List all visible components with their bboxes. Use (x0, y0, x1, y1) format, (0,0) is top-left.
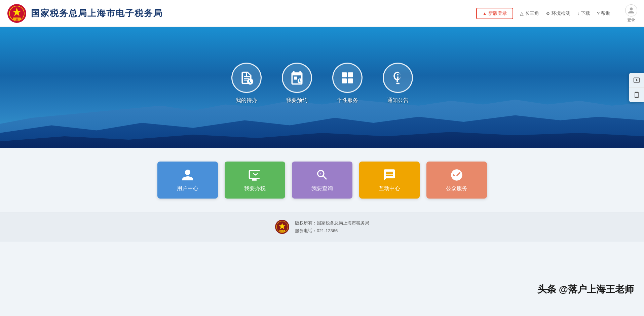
nav-help[interactable]: ? 帮助 (597, 10, 610, 16)
chat-icon (383, 168, 396, 182)
monitor-icon (248, 168, 262, 182)
service-cards-group: 用户中心 我要办税 我要查询 互动中心 (154, 162, 490, 199)
nav-download[interactable]: ↓ 下载 (577, 10, 590, 16)
footer-copyright: 版权所有：国家税务总局上海市税务局 (295, 219, 369, 227)
footer-emblem: 税务局 (275, 219, 290, 234)
login-label: 登录 (627, 17, 635, 23)
footer: 税务局 版权所有：国家税务总局上海市税务局 服务电话：021-12366 (0, 212, 644, 242)
header-left: 税 国家税务总局上海市电子税务局 (7, 3, 163, 24)
appointment-icon-circle (282, 63, 312, 93)
side-panel-monitor[interactable] (629, 73, 644, 87)
download-icon: ↓ (577, 11, 579, 16)
card-public-label: 公众服务 (446, 185, 467, 192)
hero-appointment[interactable]: 我要预约 (282, 63, 312, 104)
personal-icon (340, 70, 355, 85)
card-query-label: 我要查询 (311, 185, 333, 192)
appointment-icon (290, 70, 304, 85)
personal-icon-circle (332, 63, 363, 93)
card-public[interactable]: 公众服务 (426, 162, 487, 199)
nav-env-label: 环境检测 (552, 10, 570, 16)
svg-rect-10 (348, 78, 353, 83)
notice-label: 通知公告 (387, 97, 409, 104)
help-icon: ? (597, 11, 600, 16)
hero-side-panel (629, 73, 644, 102)
personal-label: 个性服务 (337, 97, 358, 104)
svg-rect-7 (342, 72, 347, 77)
new-login-icon: ▲ (482, 11, 487, 16)
user-icon (181, 168, 194, 182)
site-title: 国家税务总局上海市电子税务局 (31, 7, 163, 19)
env-icon: ⚙ (546, 11, 550, 16)
notice-icon-circle (383, 63, 413, 93)
card-user-center[interactable]: 用户中心 (157, 162, 218, 199)
new-login-button[interactable]: ▲ 新版登录 (476, 8, 513, 19)
card-query[interactable]: 我要查询 (292, 162, 352, 199)
svg-rect-8 (348, 72, 353, 77)
notice-icon (390, 70, 405, 85)
svg-text:税: 税 (16, 18, 18, 20)
footer-phone: 服务电话：021-12366 (295, 227, 369, 235)
footer-inner: 税务局 版权所有：国家税务总局上海市税务局 服务电话：021-12366 (7, 219, 637, 235)
pending-label: 我的待办 (236, 97, 257, 104)
header: 税 国家税务总局上海市电子税务局 ▲ 新版登录 △ 长三角 ⚙ 环境检测 ↓ 下… (0, 0, 644, 27)
nav-env[interactable]: ⚙ 环境检测 (546, 10, 570, 16)
triangle-icon: △ (520, 11, 524, 16)
pending-icon-circle (231, 63, 262, 93)
avatar (625, 4, 637, 16)
main-content: 用户中心 我要办税 我要查询 互动中心 (0, 148, 644, 212)
svg-text:税务局: 税务局 (280, 230, 284, 232)
card-tax-service[interactable]: 我要办税 (225, 162, 285, 199)
nav-help-label: 帮助 (601, 10, 610, 16)
svg-point-11 (455, 171, 458, 174)
card-user-center-label: 用户中心 (177, 185, 198, 192)
logo-emblem: 税 (7, 3, 27, 24)
header-nav: ▲ 新版登录 △ 长三角 ⚙ 环境检测 ↓ 下载 ? 帮助 (476, 8, 637, 19)
card-tax-service-label: 我要办税 (244, 185, 266, 192)
nav-yangtze[interactable]: △ 长三角 (520, 10, 539, 16)
card-interact[interactable]: 互动中心 (359, 162, 420, 199)
user-login-area[interactable]: 登录 (625, 0, 637, 27)
pending-icon (239, 70, 254, 85)
appointment-label: 我要预约 (286, 97, 308, 104)
hero-icon-group: 我的待办 我要预约 个性服务 (231, 63, 413, 104)
nav-yangtze-label: 长三角 (525, 10, 539, 16)
card-interact-label: 互动中心 (379, 185, 400, 192)
hero-pending[interactable]: 我的待办 (231, 63, 262, 104)
footer-text: 版权所有：国家税务总局上海市税务局 服务电话：021-12366 (295, 219, 369, 235)
nav-download-label: 下载 (581, 10, 590, 16)
query-icon (315, 168, 329, 182)
hero-personal[interactable]: 个性服务 (332, 63, 363, 104)
hero-notice[interactable]: 通知公告 (383, 63, 413, 104)
svg-point-5 (247, 78, 253, 84)
hero-banner: 我的待办 我要预约 个性服务 (0, 27, 644, 148)
side-panel-mobile[interactable] (629, 87, 644, 102)
public-icon (450, 168, 463, 182)
svg-rect-9 (342, 78, 347, 83)
svg-point-6 (297, 78, 302, 83)
new-login-label: 新版登录 (488, 10, 507, 16)
